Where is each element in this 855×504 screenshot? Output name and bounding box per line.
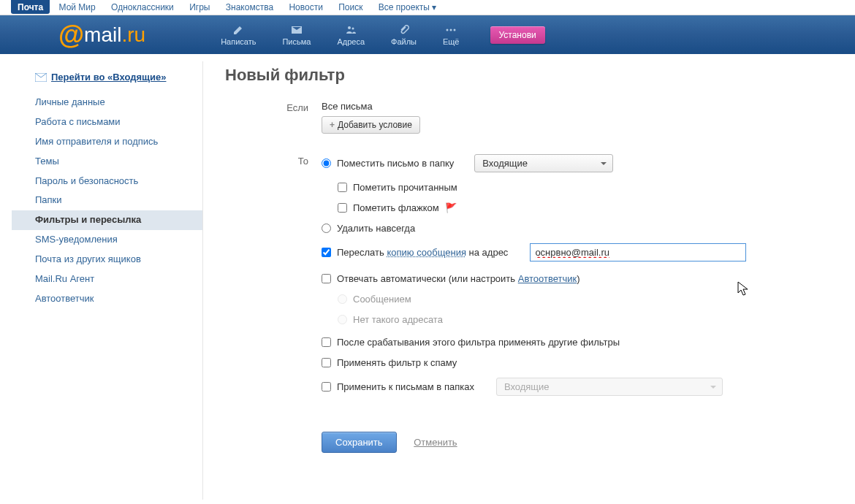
autoreply-prefix: Отвечать автоматически (или настроить [337,273,518,284]
logo[interactable]: @ mail .ru [58,20,145,50]
svg-point-3 [450,28,452,31]
toolbar-files[interactable]: Файлы [378,20,430,50]
checkbox-after-filter[interactable] [322,337,331,347]
checkbox-apply-spam[interactable] [322,358,331,367]
toolbar-label: Написать [221,37,256,46]
sidebar-item-security[interactable]: Пароль и безопасность [12,172,202,191]
svg-point-0 [348,26,351,29]
label-then: То [225,154,322,405]
move-folder-label: Поместить письмо в папку [337,158,454,169]
dots-icon [445,24,457,36]
radio-move-folder[interactable] [322,159,331,168]
sidebar-item-agent[interactable]: Mail.Ru Агент [12,270,202,289]
sidebar: Перейти во «Входящие» Личные данные Рабо… [0,61,203,500]
clip-icon [398,24,410,36]
toolbar-label: Файлы [391,37,417,46]
add-condition-label: Добавить условие [338,120,412,130]
forward-suffix: на адрес [466,247,508,258]
toolbar: Написать Письма Адреса Файлы Ещё [208,20,472,50]
save-button[interactable]: Сохранить [322,432,397,453]
sidebar-item-personal[interactable]: Личные данные [12,93,202,112]
portal-link-ok[interactable]: Одноклассники [104,0,180,14]
checkbox-apply-folders[interactable] [322,382,331,392]
page-title: Новый фильтр [225,66,833,85]
radio-no-addressee [338,315,347,324]
portal-link-moimir[interactable]: Мой Мир [53,0,102,14]
autoresponder-link[interactable]: Автоответчик [518,273,577,284]
radio-delete-forever[interactable] [322,224,331,233]
forward-label: Переслать копию сообщения на адрес [337,247,508,258]
add-condition-button[interactable]: +Добавить условие [322,116,420,134]
after-filter-label: После срабатывания этого фильтра применя… [337,337,620,348]
install-button[interactable]: Установи [490,26,545,44]
logo-at-icon: @ [58,20,84,50]
svg-point-4 [454,28,456,31]
autoreply-suffix: ) [577,273,580,284]
inbox-link[interactable]: Перейти во «Входящие» [51,72,166,83]
content: Новый фильтр Если Все письма +Добавить у… [203,61,855,500]
toolbar-letters[interactable]: Письма [269,20,324,50]
portal-link-games[interactable]: Игры [183,0,216,14]
mark-read-label: Пометить прочитанным [353,182,457,193]
sidebar-item-extmail[interactable]: Почта из других ящиков [12,250,202,270]
checkbox-forward[interactable] [322,248,331,257]
forward-email-input[interactable] [530,243,746,261]
checkbox-mark-read[interactable] [338,183,347,192]
sidebar-item-filters[interactable]: Фильтры и пересылка [12,210,202,230]
sidebar-item-sendername[interactable]: Имя отправителя и подпись [12,132,202,152]
toolbar-label: Адреса [337,37,365,46]
sidebar-item-folders[interactable]: Папки [12,191,202,210]
header: @ mail .ru Написать Письма Адреса Файлы … [0,15,855,54]
portal-link-search[interactable]: Поиск [332,0,369,14]
copy-message-link[interactable]: копию сообщения [387,247,466,258]
sidebar-item-autoreply[interactable]: Автоответчик [12,289,202,309]
portal-link-mail[interactable]: Почта [11,0,50,14]
plus-icon: + [330,120,335,130]
checkbox-autoreply[interactable] [322,274,331,283]
pencil-icon [232,24,244,36]
label-if: Если [225,101,322,134]
envelope-icon [291,24,303,36]
contacts-icon [345,24,357,36]
folder-select[interactable]: Входящие [474,154,613,172]
sidebar-item-sms[interactable]: SMS-уведомления [12,230,202,250]
svg-point-1 [352,27,354,29]
apply-spam-label: Применять фильтр к спаму [337,357,457,368]
toolbar-more[interactable]: Ещё [430,20,473,50]
cancel-link[interactable]: Отменить [414,437,457,448]
portal-link-dating[interactable]: Знакомства [219,0,280,14]
toolbar-label: Письма [282,37,311,46]
flag-icon: 🚩 [445,202,457,213]
sidebar-item-themes[interactable]: Темы [12,152,202,172]
sidebar-item-workletters[interactable]: Работа с письмами [12,112,202,132]
forward-prefix: Переслать [337,247,387,258]
envelope-icon [35,73,47,82]
logo-ru-text: .ru [121,23,145,47]
apply-folders-select: Входящие [496,378,723,396]
reply-message-label: Сообщением [353,294,411,305]
toolbar-compose[interactable]: Написать [208,20,269,50]
apply-folders-label: Применить к письмам в папках [337,381,474,392]
sidebar-nav: Личные данные Работа с письмами Имя отпр… [12,93,202,309]
no-addressee-label: Нет такого адресата [353,314,443,325]
svg-point-2 [446,28,449,31]
portal-link-news[interactable]: Новости [282,0,329,14]
portal-link-all[interactable]: Все проекты ▾ [372,0,443,14]
logo-mail-text: mail [84,23,121,47]
mark-flag-label: Пометить флажком [353,202,439,213]
toolbar-contacts[interactable]: Адреса [324,20,378,50]
toolbar-label: Ещё [443,37,460,46]
all-messages-text: Все письма [322,101,833,112]
delete-forever-label: Удалить навсегда [337,223,415,234]
portal-nav: Почта Мой Мир Одноклассники Игры Знакомс… [0,0,855,15]
autoreply-label: Отвечать автоматически (или настроить Ав… [337,273,580,284]
checkbox-mark-flag[interactable] [338,203,347,213]
radio-reply-message [338,294,347,304]
